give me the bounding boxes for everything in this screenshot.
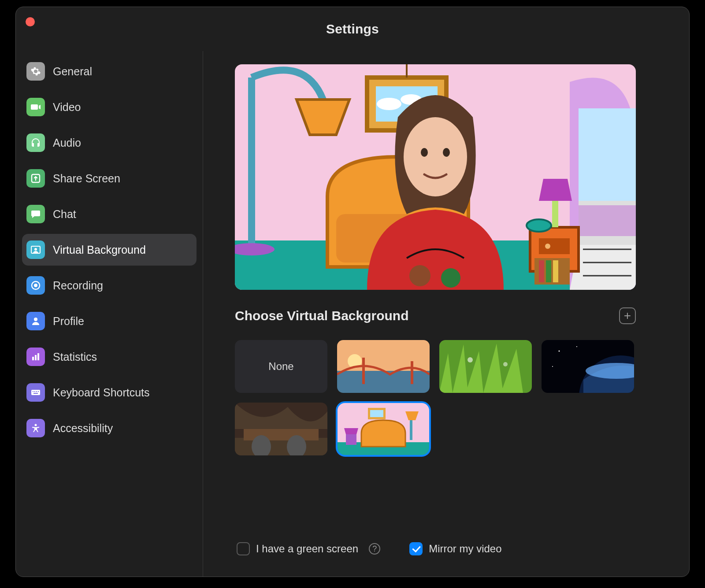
upload-icon bbox=[26, 169, 45, 188]
svg-rect-12 bbox=[36, 391, 37, 392]
svg-point-40 bbox=[421, 148, 428, 157]
svg-point-57 bbox=[552, 366, 553, 367]
sidebar-item-record[interactable]: Recording bbox=[22, 270, 197, 301]
svg-rect-29 bbox=[539, 238, 570, 254]
video-preview bbox=[235, 64, 636, 290]
gear-icon bbox=[26, 62, 45, 81]
background-option-office[interactable] bbox=[235, 403, 327, 455]
sidebar-item-label: Virtual Background bbox=[53, 244, 146, 256]
sidebar-item-label: Audio bbox=[53, 137, 81, 149]
svg-rect-6 bbox=[32, 357, 34, 360]
sidebar-item-label: Profile bbox=[53, 315, 84, 328]
headphones-icon bbox=[26, 133, 45, 152]
accessibility-icon bbox=[26, 419, 45, 437]
add-background-button[interactable]: + bbox=[619, 307, 636, 324]
sidebar-item-label: General bbox=[53, 65, 92, 78]
sidebar-item-label: Recording bbox=[53, 279, 103, 292]
svg-point-43 bbox=[441, 268, 460, 288]
none-label: None bbox=[268, 360, 293, 373]
svg-rect-45 bbox=[337, 371, 430, 393]
background-option-none[interactable]: None bbox=[235, 340, 327, 393]
sidebar: GeneralVideoAudioShare ScreenChatVirtual… bbox=[16, 51, 203, 577]
green-screen-help-icon[interactable]: ? bbox=[369, 543, 380, 555]
sidebar-item-video[interactable]: Video bbox=[22, 91, 197, 123]
sidebar-item-label: Statistics bbox=[53, 351, 97, 363]
svg-point-30 bbox=[545, 244, 550, 249]
sidebar-item-chat[interactable]: Chat bbox=[22, 198, 197, 230]
svg-point-22 bbox=[377, 98, 401, 110]
sidebar-item-label: Chat bbox=[53, 208, 76, 221]
content: GeneralVideoAudioShare ScreenChatVirtual… bbox=[16, 51, 689, 577]
svg-point-56 bbox=[576, 346, 577, 347]
sidebar-item-keys[interactable]: Keyboard Shortcuts bbox=[22, 377, 197, 408]
sidebar-item-general[interactable]: General bbox=[22, 55, 197, 87]
camera-icon bbox=[26, 98, 45, 116]
svg-rect-68 bbox=[346, 433, 356, 445]
svg-rect-36 bbox=[546, 260, 551, 282]
svg-rect-35 bbox=[539, 260, 544, 282]
window-title: Settings bbox=[326, 22, 379, 37]
section-title: Choose Virtual Background bbox=[235, 308, 409, 323]
background-option-grass[interactable] bbox=[439, 340, 532, 393]
mirror-video-label: Mirror my video bbox=[429, 543, 501, 555]
svg-point-41 bbox=[443, 148, 450, 157]
background-option-golden-gate[interactable] bbox=[337, 340, 430, 393]
svg-rect-27 bbox=[579, 205, 636, 236]
main-panel: Choose Virtual Background + None bbox=[203, 51, 689, 577]
svg-point-39 bbox=[404, 117, 467, 196]
sidebar-item-a11y[interactable]: Accessibility bbox=[22, 412, 197, 444]
svg-point-51 bbox=[503, 362, 508, 366]
svg-rect-66 bbox=[370, 410, 383, 417]
person-icon bbox=[26, 312, 45, 330]
svg-point-15 bbox=[35, 424, 37, 426]
green-screen-checkbox[interactable] bbox=[237, 542, 250, 555]
svg-rect-8 bbox=[37, 353, 39, 360]
person-frame-icon bbox=[26, 240, 45, 259]
background-option-simpsons[interactable] bbox=[337, 403, 430, 455]
chat-icon bbox=[26, 205, 45, 223]
sidebar-item-label: Video bbox=[53, 101, 81, 114]
settings-window: Settings GeneralVideoAudioShare ScreenCh… bbox=[15, 7, 690, 577]
plus-icon: + bbox=[624, 310, 631, 322]
svg-rect-31 bbox=[552, 196, 558, 227]
sidebar-item-profile[interactable]: Profile bbox=[22, 305, 197, 337]
svg-rect-7 bbox=[35, 355, 37, 360]
svg-rect-10 bbox=[33, 391, 33, 392]
svg-rect-11 bbox=[34, 391, 35, 392]
svg-rect-9 bbox=[31, 390, 40, 395]
background-thumbnails: None bbox=[235, 340, 645, 455]
sidebar-item-vbg[interactable]: Virtual Background bbox=[22, 234, 197, 266]
sidebar-item-label: Keyboard Shortcuts bbox=[53, 386, 150, 399]
sidebar-item-audio[interactable]: Audio bbox=[22, 127, 197, 159]
svg-rect-18 bbox=[248, 78, 255, 245]
svg-point-5 bbox=[34, 318, 37, 321]
titlebar: Settings bbox=[16, 7, 689, 51]
background-option-earth[interactable] bbox=[542, 340, 634, 393]
svg-rect-37 bbox=[553, 260, 558, 282]
options-row: I have a green screen ? Mirror my video bbox=[235, 529, 664, 569]
svg-point-42 bbox=[409, 265, 430, 286]
green-screen-label: I have a green screen bbox=[256, 543, 358, 555]
sidebar-item-label: Share Screen bbox=[53, 172, 120, 185]
sidebar-item-label: Accessibility bbox=[53, 422, 113, 435]
svg-point-2 bbox=[34, 248, 37, 251]
mirror-video-checkbox[interactable] bbox=[409, 542, 423, 555]
svg-point-55 bbox=[559, 351, 560, 352]
svg-point-4 bbox=[34, 284, 37, 287]
svg-point-32 bbox=[527, 219, 551, 232]
svg-point-50 bbox=[468, 357, 473, 362]
bars-icon bbox=[26, 348, 45, 366]
sidebar-item-share[interactable]: Share Screen bbox=[22, 163, 197, 194]
svg-rect-14 bbox=[33, 393, 38, 394]
svg-rect-13 bbox=[38, 391, 39, 392]
record-icon bbox=[26, 276, 45, 295]
close-button[interactable] bbox=[26, 17, 35, 26]
sidebar-item-stats[interactable]: Statistics bbox=[22, 341, 197, 373]
keyboard-icon bbox=[26, 383, 45, 402]
